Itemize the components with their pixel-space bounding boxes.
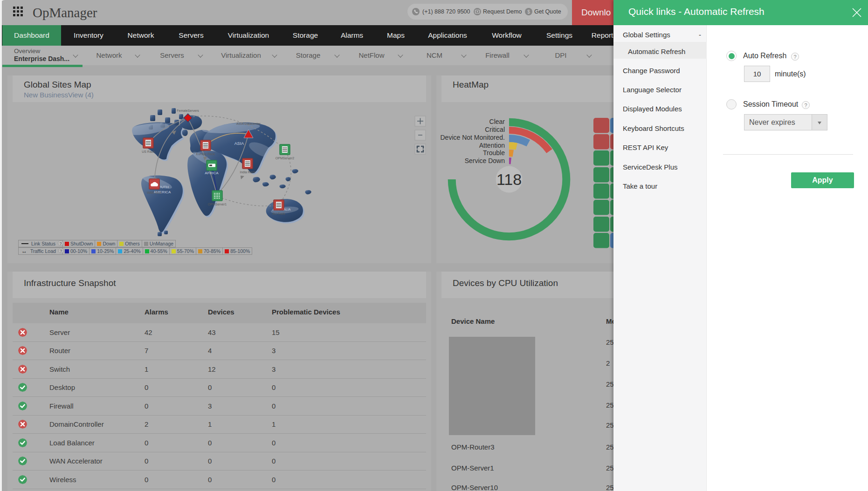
svg-text:Attention: Attention [479,142,505,149]
svg-text:AU Rack: AU Rack [272,212,285,215]
svg-text:US Rack: US Rack [142,150,155,153]
svg-text:OPMServer2: OPMServer2 [276,157,295,160]
svg-text:AFRICA: AFRICA [205,171,219,175]
svg-text:Device Not Monitored.: Device Not Monitored. [440,134,505,141]
svg-text:$: $ [527,9,530,14]
svg-text:Europe Rack: Europe Rack [196,152,215,156]
svg-text:FemaleServers: FemaleServers [177,109,199,112]
svg-text:India Rack: India Rack [240,170,255,174]
svg-text:WAN Mon: WAN Mon [147,191,162,194]
svg-text:Service Down: Service Down [465,157,505,164]
svg-text:118: 118 [496,170,522,188]
svg-text:ASIA: ASIA [234,141,244,146]
svg-text:ASIA Datacenter: ASIA Datacenter [236,122,261,125]
svg-text:Clear: Clear [489,118,505,125]
svg-text:OPMServer1: OPMServer1 [208,203,227,206]
svg-text:Trouble: Trouble [483,149,505,157]
svg-text:Critical: Critical [485,126,505,133]
